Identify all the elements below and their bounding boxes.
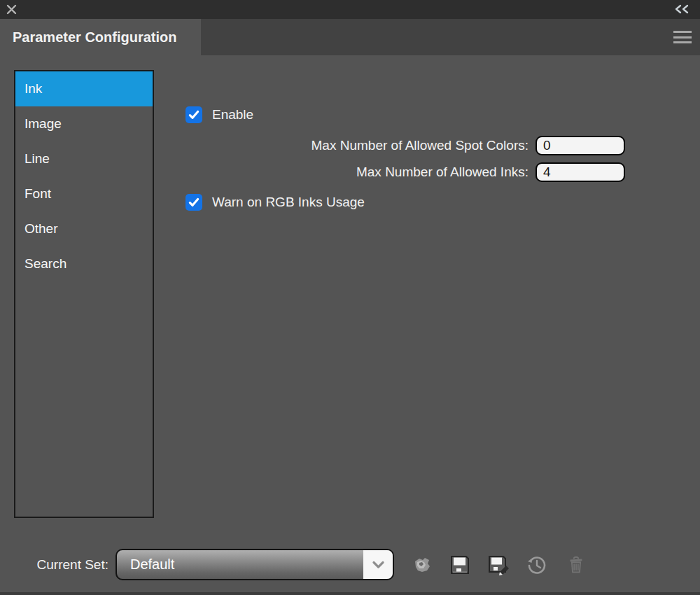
restore-set-button[interactable] xyxy=(524,552,549,578)
import-set-icon xyxy=(411,554,433,576)
current-set-label: Current Set: xyxy=(14,555,108,575)
delete-set-icon xyxy=(566,554,587,575)
sidebar-item-ink[interactable]: Ink xyxy=(15,71,153,106)
collapse-panel-icon[interactable] xyxy=(673,4,691,14)
max-spot-colors-label: Max Number of Allowed Spot Colors: xyxy=(168,136,528,155)
save-set-as-icon xyxy=(487,554,510,576)
tab-title: Parameter Configuration xyxy=(13,29,176,45)
panel-bottom-edge xyxy=(0,592,700,595)
delete-set-button[interactable] xyxy=(564,552,589,578)
max-spot-colors-input[interactable] xyxy=(536,136,625,155)
warn-rgb-checkbox[interactable] xyxy=(186,194,202,211)
warn-rgb-label: Warn on RGB Inks Usage xyxy=(212,194,365,211)
max-inks-label: Max Number of Allowed Inks: xyxy=(168,162,528,182)
chevron-down-icon xyxy=(363,550,393,579)
panel-titlebar xyxy=(0,0,700,19)
save-set-as-button[interactable] xyxy=(486,552,511,578)
tab-parameter-configuration[interactable]: Parameter Configuration xyxy=(0,19,201,57)
import-set-button[interactable] xyxy=(410,552,435,578)
sidebar-item-image[interactable]: Image xyxy=(15,106,153,141)
current-set-value: Default xyxy=(130,550,174,579)
save-set-button[interactable] xyxy=(447,552,472,578)
sidebar-item-other[interactable]: Other xyxy=(15,211,153,246)
category-list: Ink Image Line Font Other Search xyxy=(14,70,154,518)
sidebar-item-line[interactable]: Line xyxy=(15,141,153,176)
check-icon xyxy=(188,196,200,209)
enable-checkbox[interactable] xyxy=(186,106,202,123)
enable-label: Enable xyxy=(212,106,253,123)
current-set-dropdown[interactable]: Default xyxy=(115,549,394,580)
close-icon[interactable] xyxy=(6,4,18,15)
max-inks-input[interactable] xyxy=(536,162,625,182)
sidebar-item-font[interactable]: Font xyxy=(15,176,153,211)
panel-menu-icon[interactable] xyxy=(673,31,692,43)
restore-set-history-icon xyxy=(525,554,547,576)
save-set-icon xyxy=(449,554,471,576)
check-icon xyxy=(188,108,200,121)
parameter-configuration-panel: Parameter Configuration Ink Image Line F… xyxy=(0,0,700,595)
sidebar-item-search[interactable]: Search xyxy=(15,246,153,281)
